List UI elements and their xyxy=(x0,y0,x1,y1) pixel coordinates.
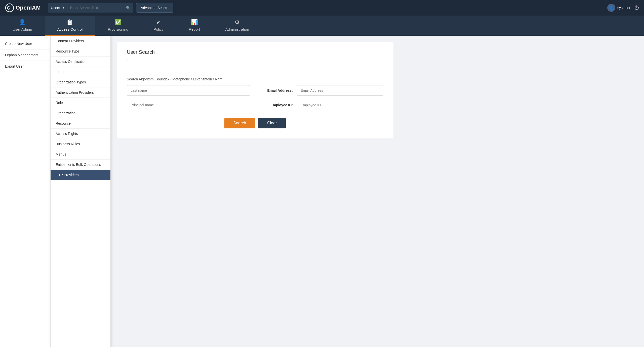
svg-text:G: G xyxy=(7,6,10,11)
sidebar-item-orphan-management[interactable]: Orphan Management xyxy=(0,49,50,61)
nav-item-policy[interactable]: ✔ Policy xyxy=(141,16,176,36)
nav-label-provisioning: Provisioning xyxy=(108,27,128,31)
sidebar-label-create-new-user: Create New User xyxy=(5,42,32,46)
logo-text: OpenIAM xyxy=(16,5,41,11)
content-panel: User Search Search Algorithm: Soundex / … xyxy=(111,36,644,347)
search-type-dropdown[interactable]: Users ▼ xyxy=(48,3,67,13)
search-input[interactable] xyxy=(70,6,115,10)
power-button[interactable]: ⏻ xyxy=(634,5,639,11)
nav-label-access-control: Access Control xyxy=(57,27,83,31)
policy-icon: ✔ xyxy=(156,19,161,26)
algo-label: Search Algorithm: Soundex / Metaphone / … xyxy=(127,77,383,81)
top-bar-right: 👤 sys user ⏻ xyxy=(607,4,639,12)
search-submit-button[interactable]: 🔍 xyxy=(123,3,133,13)
dropdown-item-otp-providers[interactable]: OTP Providers xyxy=(51,170,110,180)
report-icon: 📊 xyxy=(191,19,198,26)
power-icon: ⏻ xyxy=(634,5,639,10)
fields-container: Email Address: Employee ID: xyxy=(127,85,383,110)
nav-item-access-control[interactable]: 📋 Access Control xyxy=(45,16,95,36)
main-content: Create New User Orphan Management Export… xyxy=(0,36,644,347)
advanced-search-label: Advanced Search xyxy=(141,6,169,10)
advanced-search-button[interactable]: Advanced Search xyxy=(136,3,174,13)
btn-row: Search Clear xyxy=(127,118,383,128)
employee-id-label: Employee ID: xyxy=(260,103,293,107)
access-control-dropdown: Content Providers Resource Type Access C… xyxy=(50,36,111,347)
clear-button-label: Clear xyxy=(267,121,277,125)
left-fields xyxy=(127,85,250,110)
search-panel: User Search Search Algorithm: Soundex / … xyxy=(117,42,393,138)
top-bar: G OpenIAM Users ▼ 🔍 Advanced Search 👤 sy… xyxy=(0,0,644,16)
dropdown-item-resource-type[interactable]: Resource Type xyxy=(51,46,110,57)
sidebar-item-export-user[interactable]: Export User xyxy=(0,61,50,72)
logo: G OpenIAM xyxy=(5,3,41,12)
nav-label-user-admin: User Admin xyxy=(13,27,32,31)
nav-label-report: Report xyxy=(189,27,200,31)
dropdown-item-authentication-providers[interactable]: Authentication Providers xyxy=(51,87,110,98)
dropdown-item-entitlements-bulk-operations[interactable]: Entitlements Bulk Operations xyxy=(51,160,110,170)
employee-id-field-row: Employee ID: xyxy=(260,100,383,110)
sidebar: Create New User Orphan Management Export… xyxy=(0,36,50,347)
dropdown-item-access-certification[interactable]: Access Certification xyxy=(51,57,110,67)
search-icon: 🔍 xyxy=(126,6,130,10)
user-name: sys user xyxy=(617,6,630,10)
nav-bar: 👤 User Admin 📋 Access Control ✅ Provisio… xyxy=(0,16,644,36)
sidebar-label-orphan-management: Orphan Management xyxy=(5,53,38,57)
dropdown-item-access-rights[interactable]: Access Rights xyxy=(51,129,110,139)
nav-item-user-admin[interactable]: 👤 User Admin xyxy=(0,16,45,36)
access-control-icon: 📋 xyxy=(66,19,73,26)
dropdown-item-organization-types[interactable]: Organization Types xyxy=(51,77,110,87)
sidebar-item-create-new-user[interactable]: Create New User xyxy=(0,38,50,49)
nav-item-report[interactable]: 📊 Report xyxy=(176,16,213,36)
employee-id-input[interactable] xyxy=(297,100,383,110)
user-icon: 👤 xyxy=(609,6,613,10)
search-button-label: Search xyxy=(233,121,246,125)
dropdown-item-organization[interactable]: Organization xyxy=(51,108,110,118)
search-container: Users ▼ 🔍 xyxy=(48,3,133,13)
chevron-down-icon: ▼ xyxy=(62,7,65,9)
clear-button[interactable]: Clear xyxy=(258,118,286,128)
dropdown-item-business-rules[interactable]: Business Rules xyxy=(51,139,110,149)
principal-name-input[interactable] xyxy=(127,100,250,110)
nav-label-administration: Administration xyxy=(225,27,249,31)
provisioning-icon: ✅ xyxy=(115,19,122,26)
email-label: Email Address: xyxy=(260,88,293,92)
user-info: 👤 sys user xyxy=(607,4,630,12)
sidebar-label-export-user: Export User xyxy=(5,64,24,68)
user-admin-icon: 👤 xyxy=(19,19,26,26)
main-search-input[interactable] xyxy=(127,60,383,71)
email-field-row: Email Address: xyxy=(260,85,383,96)
last-name-input[interactable] xyxy=(127,85,250,96)
search-type-label: Users xyxy=(51,6,60,10)
search-input-wrap xyxy=(68,3,123,13)
nav-item-provisioning[interactable]: ✅ Provisioning xyxy=(95,16,141,36)
dropdown-item-resource[interactable]: Resource xyxy=(51,118,110,129)
dropdown-item-group[interactable]: Group xyxy=(51,67,110,77)
email-input[interactable] xyxy=(297,85,383,96)
dropdown-item-role[interactable]: Role xyxy=(51,98,110,108)
nav-label-policy: Policy xyxy=(153,27,164,31)
logo-icon: G xyxy=(5,3,14,12)
avatar: 👤 xyxy=(607,4,615,12)
search-button[interactable]: Search xyxy=(224,118,255,128)
dropdown-item-menus[interactable]: Menus xyxy=(51,149,110,160)
panel-title: User Search xyxy=(127,49,383,55)
nav-item-administration[interactable]: ⚙ Administration xyxy=(213,16,262,36)
dropdown-item-content-providers[interactable]: Content Providers xyxy=(51,36,110,46)
right-fields: Email Address: Employee ID: xyxy=(260,85,383,110)
administration-icon: ⚙ xyxy=(235,19,240,26)
